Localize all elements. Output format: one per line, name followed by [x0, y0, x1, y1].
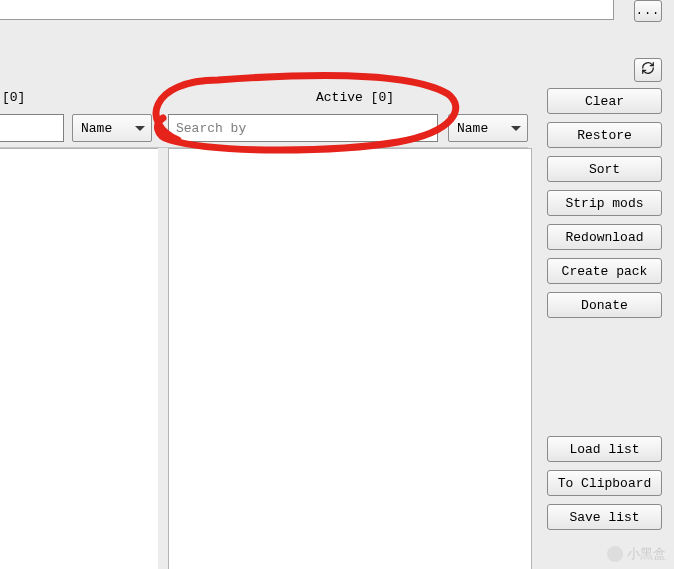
chevron-down-icon — [511, 126, 521, 131]
watermark-text: 小黑盒 — [627, 545, 666, 563]
save-list-button[interactable]: Save list — [547, 504, 662, 530]
path-field[interactable] — [0, 0, 614, 20]
to-clipboard-button[interactable]: To Clipboard — [547, 470, 662, 496]
load-list-button[interactable]: Load list — [547, 436, 662, 462]
inactive-list-panel[interactable] — [0, 148, 159, 569]
donate-button[interactable]: Donate — [547, 292, 662, 318]
sort-dropdown-label: Name — [457, 121, 488, 136]
active-list-panel[interactable] — [168, 148, 532, 569]
top-toolbar: ... — [0, 0, 674, 27]
active-header: Active [0] — [316, 90, 394, 105]
chevron-down-icon — [135, 126, 145, 131]
strip-mods-button[interactable]: Strip mods — [547, 190, 662, 216]
refresh-button[interactable] — [634, 58, 662, 82]
create-pack-button[interactable]: Create pack — [547, 258, 662, 284]
clear-button[interactable]: Clear — [547, 88, 662, 114]
search-input-active[interactable] — [168, 114, 438, 142]
sort-dropdown-inactive[interactable]: Name — [72, 114, 152, 142]
panel-gutter — [158, 148, 167, 569]
list-button-column: Load list To Clipboard Save list — [547, 436, 662, 530]
action-button-column: Clear Restore Sort Strip mods Redownload… — [547, 88, 662, 318]
ellipsis-icon: ... — [636, 4, 661, 18]
watermark: 小黑盒 — [607, 545, 666, 563]
sort-dropdown-active[interactable]: Name — [448, 114, 528, 142]
secondary-toolbar — [0, 26, 674, 52]
restore-button[interactable]: Restore — [547, 122, 662, 148]
sort-dropdown-label: Name — [81, 121, 112, 136]
watermark-logo-icon — [607, 546, 623, 562]
sort-button[interactable]: Sort — [547, 156, 662, 182]
browse-button[interactable]: ... — [634, 0, 662, 22]
search-input-inactive[interactable] — [0, 114, 64, 142]
inactive-header: [0] — [2, 90, 25, 105]
refresh-icon — [641, 61, 655, 79]
redownload-button[interactable]: Redownload — [547, 224, 662, 250]
